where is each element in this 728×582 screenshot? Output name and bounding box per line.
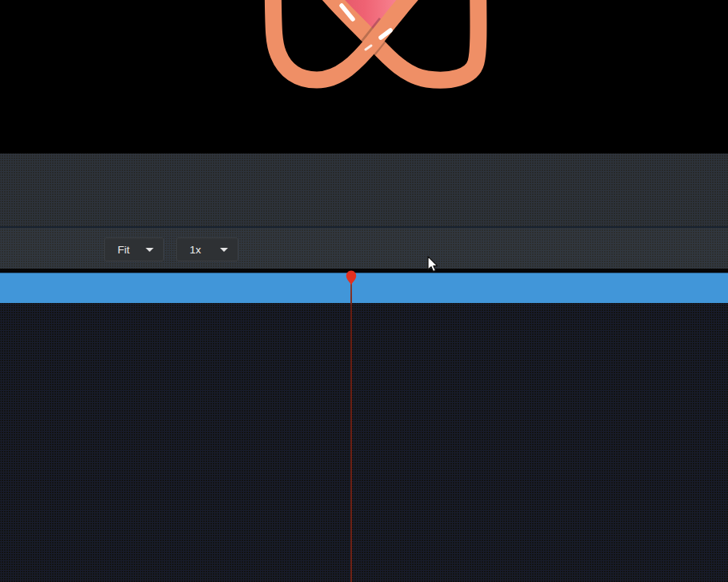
playback-speed-dropdown[interactable]: 1x (176, 237, 238, 261)
zoom-fit-dropdown[interactable]: Fit (104, 237, 164, 261)
player-toolbar: Fit 1x (0, 228, 728, 269)
zoom-fit-value: Fit (105, 244, 146, 256)
player-chrome-strip (0, 153, 728, 226)
seekbar[interactable] (0, 273, 728, 303)
timeline-area[interactable] (0, 303, 728, 582)
animation-canvas (0, 0, 728, 153)
chevron-down-icon (146, 248, 154, 252)
playhead-line (350, 282, 352, 582)
chevron-down-icon (220, 248, 228, 252)
playback-speed-value: 1x (177, 244, 220, 256)
playhead-marker[interactable] (346, 270, 357, 285)
lottie-logo-graphic (0, 0, 728, 153)
animation-player-window: Fit 1x (0, 0, 728, 582)
